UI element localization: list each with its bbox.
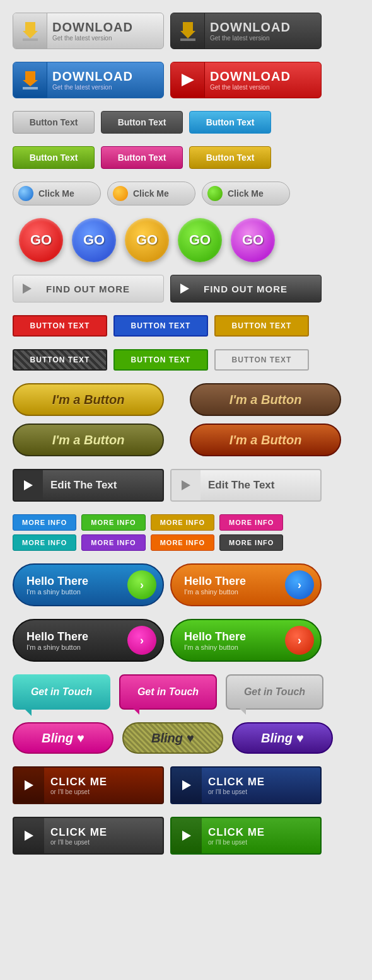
clickme-text-green: CLICK ME or I'll be upset — [202, 824, 320, 848]
get-in-touch-gray[interactable]: Get in Touch — [226, 674, 323, 710]
button-text-gray[interactable]: Button Text — [13, 111, 95, 134]
button-text-outline[interactable]: BUTTON TEXT — [214, 349, 309, 371]
click-dot-orange — [113, 186, 128, 201]
bling-heart-icon-3: ♥ — [296, 731, 304, 746]
button-text-green-solid[interactable]: BUTTON TEXT — [113, 349, 208, 371]
go-button-blue[interactable]: GO — [72, 218, 116, 262]
button-text-blue[interactable]: Button Text — [189, 111, 271, 134]
hello-text-orange: Hello There I'm a shiny button — [184, 575, 285, 596]
hello-button-dark[interactable]: Hello There I'm a shiny button › — [13, 619, 164, 662]
click-me-label-orange: Click Me — [133, 188, 169, 199]
bling-button-purple[interactable]: Bling ♥ — [232, 722, 333, 754]
hello-text-dark: Hello There I'm a shiny button — [26, 630, 127, 651]
download-icon-red — [171, 62, 205, 98]
im-button-olive[interactable]: I'm a Button — [13, 424, 164, 456]
download-button-blue[interactable]: DOWNLOAD Get the latest version — [13, 62, 164, 98]
find-out-more-dark[interactable]: FIND OUT MORE — [170, 275, 322, 303]
find-out-more-light[interactable]: FIND OUT MORE — [13, 275, 164, 303]
hello-button-blue[interactable]: Hello There I'm a shiny button › — [13, 563, 164, 606]
button-text-pink[interactable]: Button Text — [101, 146, 183, 169]
button-text-blue-solid[interactable]: BUTTON TEXT — [113, 315, 208, 337]
click-dot-green — [207, 186, 223, 201]
im-button-gold[interactable]: I'm a Button — [13, 383, 164, 416]
im-button-orange-brown[interactable]: I'm a Button — [190, 424, 341, 456]
edit-text-label-light: Edit The Text — [201, 479, 320, 492]
clickme-button-blue[interactable]: CLICK ME or I'll be upset — [170, 766, 322, 804]
download-icon-dark — [171, 13, 205, 49]
more-info-orange[interactable]: MORE INFO — [151, 534, 214, 551]
more-info-blue[interactable]: MORE INFO — [13, 514, 76, 531]
bling-label-purple: Bling — [261, 731, 293, 746]
find-arrow-dark — [171, 275, 199, 303]
svg-marker-9 — [182, 74, 194, 86]
button-text-red-solid[interactable]: BUTTON TEXT — [13, 315, 107, 337]
go-button-green[interactable]: GO — [178, 218, 222, 262]
get-in-touch-label-teal: Get in Touch — [31, 686, 92, 698]
svg-rect-6 — [25, 71, 35, 80]
svg-marker-7 — [23, 80, 38, 86]
svg-marker-1 — [23, 31, 38, 38]
clickme-button-red[interactable]: CLICK ME or I'll be upset — [13, 766, 164, 804]
button-text-gold-solid[interactable]: BUTTON TEXT — [214, 315, 309, 337]
get-in-touch-pink[interactable]: Get in Touch — [119, 674, 217, 710]
bling-heart-icon-2: ♥ — [187, 731, 194, 746]
svg-rect-8 — [23, 87, 38, 89]
get-in-touch-label-gray: Get in Touch — [244, 686, 305, 698]
download-button-red[interactable]: DOWNLOAD Get the latest version — [170, 62, 322, 98]
hello-text-green: Hello There I'm a shiny button — [184, 630, 285, 651]
svg-marker-4 — [180, 31, 195, 38]
go-button-red[interactable]: GO — [19, 218, 63, 262]
button-text-striped[interactable]: BUTTON TEXT — [13, 349, 107, 371]
hello-text-blue: Hello There I'm a shiny button — [26, 575, 127, 596]
click-dot-blue — [18, 186, 33, 201]
edit-arrow-dark — [14, 470, 43, 500]
hello-arrow-green: › — [127, 570, 156, 599]
clickme-icon-green — [171, 818, 202, 853]
download-text-silver: DOWNLOAD Get the latest version — [47, 18, 163, 44]
button-text-gold[interactable]: Button Text — [189, 146, 271, 169]
click-me-orange[interactable]: Click Me — [107, 182, 195, 205]
clickme-text-gray: CLICK ME or I'll be upset — [44, 824, 163, 848]
download-text-red: DOWNLOAD Get the latest version — [205, 67, 321, 93]
bling-heart-icon: ♥ — [77, 731, 84, 746]
more-info-gold[interactable]: MORE INFO — [151, 514, 214, 531]
get-in-touch-teal[interactable]: Get in Touch — [13, 674, 110, 710]
edit-text-label-dark: Edit The Text — [43, 479, 163, 492]
edit-arrow-light — [171, 470, 201, 500]
clickme-button-green[interactable]: CLICK ME or I'll be upset — [170, 817, 322, 855]
find-out-more-text-light: FIND OUT MORE — [41, 284, 163, 294]
go-button-orange[interactable]: GO — [125, 218, 169, 262]
svg-rect-2 — [23, 38, 38, 41]
svg-rect-0 — [25, 22, 35, 31]
download-button-dark[interactable]: DOWNLOAD Get the latest version — [170, 13, 322, 49]
bling-label-olive: Bling — [151, 731, 183, 746]
button-text-green[interactable]: Button Text — [13, 146, 95, 169]
svg-rect-5 — [180, 38, 195, 41]
download-icon-blue — [13, 62, 47, 98]
bling-button-olive[interactable]: Bling ♥ — [122, 722, 223, 754]
go-button-purple[interactable]: GO — [231, 218, 275, 262]
im-button-brown[interactable]: I'm a Button — [190, 383, 341, 416]
hello-button-orange[interactable]: Hello There I'm a shiny button › — [170, 563, 322, 606]
more-info-purple[interactable]: MORE INFO — [81, 534, 145, 551]
clickme-icon-blue — [171, 768, 202, 803]
more-info-pink[interactable]: MORE INFO — [219, 514, 283, 531]
button-text-darkgray[interactable]: Button Text — [101, 111, 183, 134]
bling-button-pink[interactable]: Bling ♥ — [13, 722, 113, 754]
hello-arrow-pink: › — [127, 626, 156, 655]
more-info-darkgray[interactable]: MORE INFO — [219, 534, 283, 551]
find-arrow-light — [13, 275, 41, 303]
click-me-blue[interactable]: Click Me — [13, 182, 101, 205]
clickme-button-gray[interactable]: CLICK ME or I'll be upset — [13, 817, 164, 855]
hello-button-green[interactable]: Hello There I'm a shiny button › — [170, 619, 322, 662]
download-text-dark: DOWNLOAD Get the latest version — [205, 18, 321, 44]
click-me-green[interactable]: Click Me — [202, 182, 290, 205]
click-me-label-blue: Click Me — [38, 188, 74, 199]
edit-text-button-dark[interactable]: Edit The Text — [13, 469, 164, 502]
download-button-silver[interactable]: DOWNLOAD Get the latest version — [13, 13, 164, 49]
clickme-text-blue: CLICK ME or I'll be upset — [202, 773, 320, 798]
more-info-green[interactable]: MORE INFO — [81, 514, 145, 531]
more-info-teal[interactable]: MORE INFO — [13, 534, 76, 551]
edit-text-button-light[interactable]: Edit The Text — [170, 469, 322, 502]
svg-rect-3 — [183, 22, 193, 31]
